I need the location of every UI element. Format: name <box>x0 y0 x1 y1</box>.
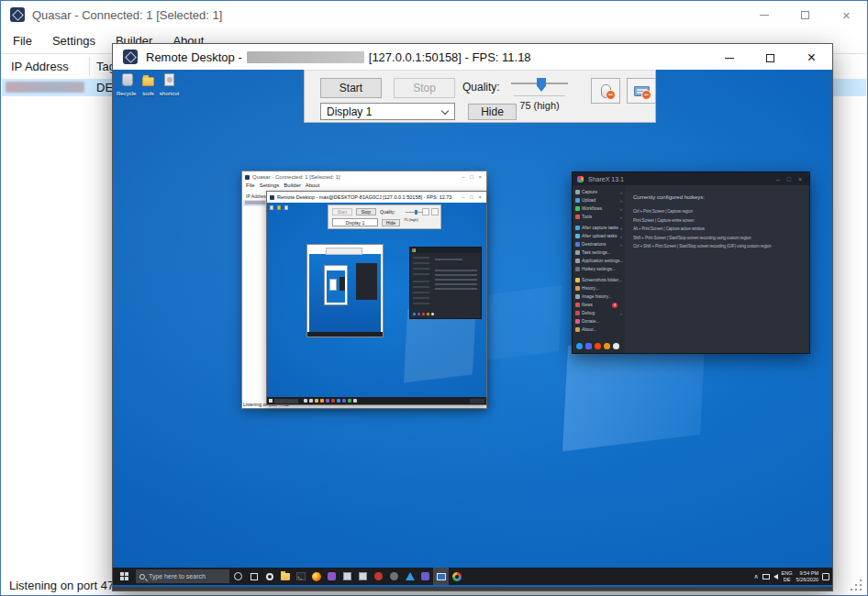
task-view-icon <box>250 573 258 580</box>
start-button-taskbar[interactable] <box>113 568 135 585</box>
desktop-icon-recycle-bin[interactable]: Recycle Bin <box>117 73 138 96</box>
sidebar-item-hotkey-settings[interactable]: Hotkey settings... <box>573 265 625 273</box>
close-icon: × <box>842 8 851 22</box>
twitter-icon[interactable] <box>576 343 583 349</box>
sidebar-item-after-upload-tasks[interactable]: After upload tasks <box>573 232 625 240</box>
nested-hide-button[interactable]: Hide <box>382 219 400 226</box>
quasar-logo-icon <box>270 195 274 200</box>
support-icon[interactable] <box>604 343 610 349</box>
sidebar-item-screenshots-folder[interactable]: Screenshots folder... <box>573 276 625 284</box>
nested-window-controls: – □ × <box>462 174 484 180</box>
taskbar-icon-terminal[interactable]: ›_ <box>293 568 308 585</box>
nested-slider-thumb <box>415 210 417 215</box>
menu-file[interactable]: File <box>3 34 42 48</box>
taskbar-icon-red-app[interactable] <box>371 568 386 585</box>
hotkey-line: Ctrl + Print Screen | Capture region <box>633 209 807 214</box>
reddit-icon[interactable] <box>595 343 601 349</box>
nested-quasar-titlebar: Quasar - Connected: 1 [Selected: 1] – □ … <box>242 171 486 182</box>
folder-icon <box>142 77 154 86</box>
cube-icon <box>343 572 351 580</box>
hotkey-line: Ctrl + Shift + Print Screen | Start/Stop… <box>633 244 807 248</box>
quality-slider[interactable] <box>511 78 568 100</box>
start-button[interactable]: Start <box>320 78 382 98</box>
taskbar-icon-code-app[interactable] <box>417 568 433 585</box>
rd-titlebar[interactable]: Remote Desktop - [127.0.0.1:50158] - FPS… <box>113 44 832 70</box>
rd-minimize-button[interactable] <box>708 44 750 72</box>
hide-button[interactable]: Hide <box>468 104 517 120</box>
rd-close-button[interactable]: × <box>791 44 832 72</box>
nested-level2-quasar-window <box>306 244 384 337</box>
desktop-icon-shortcut[interactable]: shortcut <box>159 73 180 96</box>
column-header-ip-address[interactable]: IP Address <box>11 60 69 73</box>
blue-triangle-icon <box>406 572 415 580</box>
sidebar-item-capture[interactable]: Capture <box>573 188 625 196</box>
sidebar-item-destinations[interactable]: Destinations <box>573 240 625 248</box>
sidebar-item-upload[interactable]: Upload <box>573 196 625 204</box>
taskbar-icon-task-view[interactable] <box>246 568 262 585</box>
sidebar-item-history[interactable]: History... <box>573 284 625 292</box>
sidebar-item-image-history[interactable]: Image history... <box>573 292 625 301</box>
tray-volume-icon[interactable] <box>773 574 778 579</box>
desktop-icon-tools[interactable]: tools <box>138 73 159 96</box>
hostname-redacted <box>247 51 364 63</box>
sharex-titlebar[interactable]: ShareX 13.1 – □ × <box>573 172 809 185</box>
nested-taskbar <box>267 397 486 404</box>
main-close-button[interactable]: × <box>826 1 867 28</box>
taskbar-icon-cube-app-2[interactable] <box>355 568 371 585</box>
tray-clock[interactable]: 9:54 PM 5/26/2020 <box>796 570 818 582</box>
sidebar-item-debug[interactable]: Debug <box>573 309 625 317</box>
sidebar-item-about[interactable]: About... <box>573 326 625 334</box>
taskbar-icon-sharex[interactable] <box>449 568 464 585</box>
display-select[interactable]: Display 1 <box>320 103 455 120</box>
keyboard-input-toggle-button[interactable]: − <box>627 78 656 104</box>
sharex-sidebar: Capture Upload Workflows Tools After cap… <box>573 185 625 353</box>
taskbar-icon-firefox[interactable] <box>308 568 324 585</box>
remote-screen[interactable]: Recycle Bin tools shortcut Start Stop Qu… <box>113 70 832 589</box>
discord-icon[interactable] <box>585 343 592 349</box>
nested-remote-desktop-window[interactable]: Remote Desktop - max@DESKTOP-81AG0CJ [12… <box>266 191 487 405</box>
taskbar-icon-settings[interactable] <box>262 568 277 585</box>
tray-language[interactable]: ENG DE <box>782 570 793 582</box>
sharex-window-controls[interactable]: – □ × <box>776 176 805 182</box>
taskbar-search-input[interactable]: Type here to search <box>136 569 229 583</box>
workflows-icon <box>575 206 580 211</box>
taskbar-icon-cortana[interactable] <box>230 568 246 585</box>
nested-start-button[interactable]: Start <box>332 208 352 215</box>
nested-quasar-window[interactable]: Quasar - Connected: 1 [Selected: 1] – □ … <box>241 171 487 409</box>
notification-center-icon[interactable] <box>822 573 829 580</box>
tray-network-icon[interactable] <box>762 574 770 579</box>
column-separator[interactable] <box>89 57 90 76</box>
sidebar-item-tools[interactable]: Tools <box>573 213 625 221</box>
sidebar-item-application-settings[interactable]: Application settings... <box>573 257 625 265</box>
menu-settings[interactable]: Settings <box>42 34 106 48</box>
main-minimize-button[interactable] <box>743 1 785 28</box>
main-maximize-button[interactable] <box>785 1 826 28</box>
nested-stop-button[interactable]: Stop <box>356 208 376 215</box>
rd-maximize-button[interactable] <box>750 44 791 72</box>
rd-title-prefix: Remote Desktop - <box>146 50 242 64</box>
sidebar-item-after-capture-tasks[interactable]: After capture tasks <box>573 224 625 232</box>
taskbar-icon-remote-viewer-active[interactable] <box>433 568 449 585</box>
sidebar-item-task-settings[interactable]: Task settings... <box>573 248 625 257</box>
sidebar-item-news[interactable]: News4 <box>573 301 625 309</box>
stop-button[interactable]: Stop <box>394 78 455 98</box>
github-icon[interactable] <box>613 343 619 349</box>
search-icon <box>139 574 145 579</box>
mouse-input-toggle-button[interactable]: − <box>591 78 620 104</box>
nested-display-select[interactable]: Display 1 <box>332 218 378 226</box>
nested-start-icon <box>269 399 273 403</box>
tray-chevron-up-icon[interactable]: ∧ <box>753 573 758 580</box>
sidebar-item-workflows[interactable]: Workflows <box>573 204 625 213</box>
slider-thumb[interactable] <box>537 78 546 92</box>
resize-grip[interactable] <box>850 579 863 592</box>
taskbar-icon-blue-app[interactable] <box>402 568 417 585</box>
nested-sharex-window <box>409 247 482 319</box>
taskbar-icon-file-explorer[interactable] <box>277 568 293 585</box>
rd-toolbar-panel: Start Stop Quality: 75 (high) − − Displa… <box>304 70 656 123</box>
sidebar-item-donate[interactable]: Donate... <box>573 317 625 326</box>
taskbar-icon-visual-studio[interactable] <box>324 568 339 585</box>
taskbar-icon-spider-app[interactable] <box>386 568 402 585</box>
taskbar-icon-cube-app[interactable] <box>339 568 355 585</box>
remote-taskbar: Type here to search ›_ ∧ <box>113 568 832 585</box>
main-titlebar[interactable]: Quasar - Connected: 1 [Selected: 1] × <box>1 1 867 28</box>
